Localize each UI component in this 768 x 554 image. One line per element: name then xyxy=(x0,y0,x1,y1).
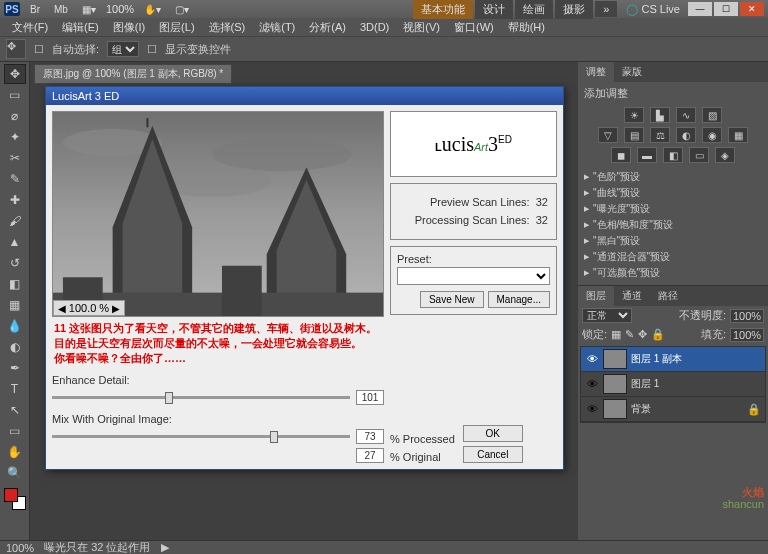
workspace-tab-photo[interactable]: 摄影 xyxy=(555,0,593,19)
lasso-tool[interactable]: ⌀ xyxy=(4,106,26,126)
eyedropper-tool[interactable]: ✎ xyxy=(4,169,26,189)
adj-photo-filter-icon[interactable]: ◉ xyxy=(702,127,722,143)
preset-item[interactable]: "色阶"预设 xyxy=(584,169,762,185)
stamp-tool[interactable]: ▲ xyxy=(4,232,26,252)
layer-thumbnail[interactable] xyxy=(603,349,627,369)
cancel-button[interactable]: Cancel xyxy=(463,446,523,463)
channels-tab[interactable]: 通道 xyxy=(614,286,650,306)
hand-tool[interactable]: ✋ xyxy=(4,442,26,462)
paths-tab[interactable]: 路径 xyxy=(650,286,686,306)
layer-item[interactable]: 👁 背景 🔒 xyxy=(581,397,765,422)
move-tool[interactable]: ✥ xyxy=(4,64,26,84)
preset-item[interactable]: "曝光度"预设 xyxy=(584,201,762,217)
adjustments-tab[interactable]: 调整 xyxy=(578,62,614,82)
adj-exposure-icon[interactable]: ▨ xyxy=(702,107,722,123)
save-new-button[interactable]: Save New xyxy=(420,291,484,308)
tb-btn-5[interactable]: ▢▾ xyxy=(171,3,193,16)
adj-levels-icon[interactable]: ▙ xyxy=(650,107,670,123)
menu-image[interactable]: 图像(I) xyxy=(107,19,151,36)
layer-thumbnail[interactable] xyxy=(603,399,627,419)
dialog-titlebar[interactable]: LucisArt 3 ED xyxy=(46,87,563,105)
adj-balance-icon[interactable]: ⚖ xyxy=(650,127,670,143)
blend-mode-dropdown[interactable]: 正常 xyxy=(582,308,632,323)
workspace-tab-more[interactable]: » xyxy=(595,1,617,17)
enhance-detail-value[interactable]: 101 xyxy=(356,390,384,405)
tb-btn-1[interactable]: Br xyxy=(26,3,44,16)
visibility-icon[interactable]: 👁 xyxy=(585,353,599,365)
fg-color-icon[interactable] xyxy=(4,488,18,502)
marquee-tool[interactable]: ▭ xyxy=(4,85,26,105)
mix-processed-value[interactable]: 73 xyxy=(356,429,384,444)
preset-item[interactable]: "色相/饱和度"预设 xyxy=(584,217,762,233)
menu-help[interactable]: 帮助(H) xyxy=(502,19,551,36)
shape-tool[interactable]: ▭ xyxy=(4,421,26,441)
brush-tool[interactable]: 🖌 xyxy=(4,211,26,231)
lock-position-icon[interactable]: ✥ xyxy=(638,328,647,341)
mix-original-value[interactable]: 27 xyxy=(356,448,384,463)
blur-tool[interactable]: 💧 xyxy=(4,316,26,336)
adj-hsl-icon[interactable]: ▤ xyxy=(624,127,644,143)
pen-tool[interactable]: ✒ xyxy=(4,358,26,378)
dodge-tool[interactable]: ◐ xyxy=(4,337,26,357)
visibility-icon[interactable]: 👁 xyxy=(585,378,599,390)
gradient-tool[interactable]: ▦ xyxy=(4,295,26,315)
adj-brightness-icon[interactable]: ☀ xyxy=(624,107,644,123)
minimize-button[interactable]: — xyxy=(688,2,712,16)
auto-select-dropdown[interactable]: 组 xyxy=(107,41,139,57)
adj-threshold-icon[interactable]: ◧ xyxy=(663,147,683,163)
zoom-tool[interactable]: 🔍 xyxy=(4,463,26,483)
adj-selective-icon[interactable]: ◈ xyxy=(715,147,735,163)
close-button[interactable]: ✕ xyxy=(740,2,764,16)
layer-name[interactable]: 图层 1 副本 xyxy=(631,352,682,366)
layer-name[interactable]: 图层 1 xyxy=(631,377,659,391)
preset-item[interactable]: "黑白"预设 xyxy=(584,233,762,249)
color-swatch[interactable] xyxy=(4,488,26,510)
menu-window[interactable]: 窗口(W) xyxy=(448,19,500,36)
menu-layer[interactable]: 图层(L) xyxy=(153,19,200,36)
adj-mixer-icon[interactable]: ▦ xyxy=(728,127,748,143)
preset-item[interactable]: "可选颜色"预设 xyxy=(584,265,762,281)
enhance-detail-slider[interactable] xyxy=(52,396,350,399)
tb-btn-2[interactable]: Mb xyxy=(50,3,72,16)
workspace-tab-painting[interactable]: 绘画 xyxy=(515,0,553,19)
menu-filter[interactable]: 滤镜(T) xyxy=(253,19,301,36)
tb-btn-3[interactable]: ▦▾ xyxy=(78,3,100,16)
layer-item[interactable]: 👁 图层 1 副本 xyxy=(581,347,765,372)
document-tab[interactable]: 原图.jpg @ 100% (图层 1 副本, RGB/8) * xyxy=(34,64,232,84)
layer-name[interactable]: 背景 xyxy=(631,402,651,416)
menu-edit[interactable]: 编辑(E) xyxy=(56,19,105,36)
adj-vibrance-icon[interactable]: ▽ xyxy=(598,127,618,143)
menu-3d[interactable]: 3D(D) xyxy=(354,20,395,34)
wand-tool[interactable]: ✦ xyxy=(4,127,26,147)
adj-bw-icon[interactable]: ◐ xyxy=(676,127,696,143)
history-brush-tool[interactable]: ↺ xyxy=(4,253,26,273)
menu-file[interactable]: 文件(F) xyxy=(6,19,54,36)
lock-all-icon[interactable]: 🔒 xyxy=(651,328,665,341)
adj-curves-icon[interactable]: ∿ xyxy=(676,107,696,123)
workspace-tab-essentials[interactable]: 基本功能 xyxy=(413,0,473,19)
masks-tab[interactable]: 蒙版 xyxy=(614,62,650,82)
preview-zoom[interactable]: 100.0 % xyxy=(69,302,109,314)
preset-item[interactable]: "通道混合器"预设 xyxy=(584,249,762,265)
adj-gradmap-icon[interactable]: ▭ xyxy=(689,147,709,163)
status-zoom[interactable]: 100% xyxy=(6,542,34,554)
heal-tool[interactable]: ✚ xyxy=(4,190,26,210)
menu-select[interactable]: 选择(S) xyxy=(203,19,252,36)
crop-tool[interactable]: ✂ xyxy=(4,148,26,168)
adj-invert-icon[interactable]: ◼ xyxy=(611,147,631,163)
eraser-tool[interactable]: ◧ xyxy=(4,274,26,294)
zoom-display[interactable]: 100% xyxy=(106,3,134,15)
layer-item[interactable]: 👁 图层 1 xyxy=(581,372,765,397)
preset-dropdown[interactable] xyxy=(397,267,550,285)
maximize-button[interactable]: ☐ xyxy=(714,2,738,16)
path-tool[interactable]: ↖ xyxy=(4,400,26,420)
layer-thumbnail[interactable] xyxy=(603,374,627,394)
manage-button[interactable]: Manage... xyxy=(488,291,550,308)
lock-pixels-icon[interactable]: ✎ xyxy=(625,328,634,341)
lock-transparency-icon[interactable]: ▦ xyxy=(611,328,621,341)
menu-view[interactable]: 视图(V) xyxy=(397,19,446,36)
fill-value[interactable]: 100% xyxy=(730,328,764,342)
workspace-tab-design[interactable]: 设计 xyxy=(475,0,513,19)
preview-image[interactable]: ◀ 100.0 % ▶ xyxy=(52,111,384,317)
tb-btn-4[interactable]: ✋▾ xyxy=(140,3,165,16)
